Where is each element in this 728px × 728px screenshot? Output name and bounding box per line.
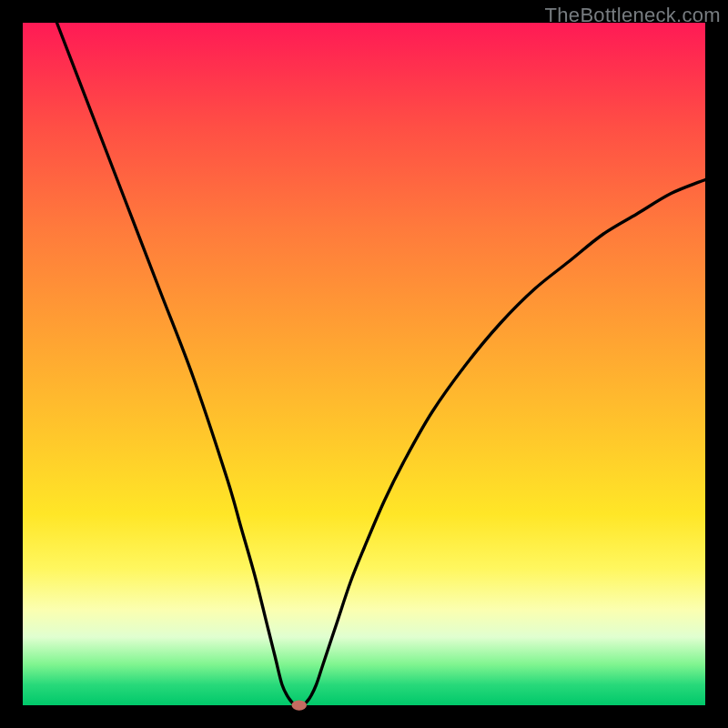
minimum-marker <box>292 700 308 710</box>
bottleneck-curve <box>57 23 706 706</box>
curve-svg <box>23 23 705 705</box>
plot-area <box>23 23 705 705</box>
chart-frame: TheBottleneck.com <box>0 0 728 728</box>
